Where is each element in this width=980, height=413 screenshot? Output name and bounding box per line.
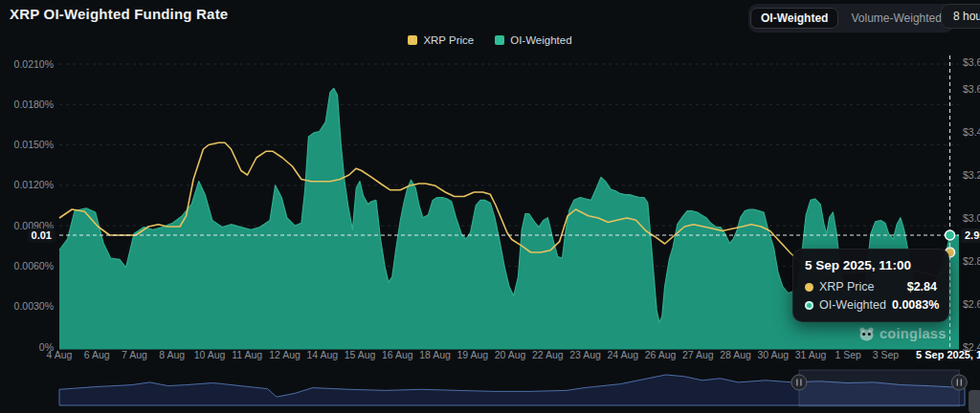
svg-text:20 Aug: 20 Aug <box>495 349 526 360</box>
svg-text:0.0030%: 0.0030% <box>14 300 54 312</box>
oi-weighted-marker <box>946 230 955 240</box>
crosshair-date-tag: 5 Sep 2025, 11:00 <box>916 349 980 360</box>
tooltip-value: $2.84 <box>907 280 937 293</box>
tooltip-timestamp: 5 Sep 2025, 11:00 <box>805 258 937 272</box>
svg-text:0.0150%: 0.0150% <box>14 139 54 150</box>
funding-rate-page: { "header": { "title": "XRP OI-Weighted … <box>0 0 980 413</box>
svg-text:4 Aug: 4 Aug <box>47 349 73 360</box>
svg-text:12 Aug: 12 Aug <box>269 349 301 360</box>
svg-text:16 Aug: 16 Aug <box>382 349 413 360</box>
svg-text:7 Aug: 7 Aug <box>122 349 147 360</box>
tooltip-row-xrp-price: XRP Price $2.84 <box>805 280 937 293</box>
svg-text:28 Aug: 28 Aug <box>720 349 751 360</box>
svg-text:3 Sep: 3 Sep <box>873 349 900 360</box>
svg-text:0.0210%: 0.0210% <box>14 58 54 70</box>
svg-text:6 Aug: 6 Aug <box>84 349 110 360</box>
svg-text:$3.6: $3.6 <box>963 83 980 95</box>
svg-text:$3.0: $3.0 <box>963 212 980 224</box>
svg-text:0.0180%: 0.0180% <box>14 98 54 110</box>
svg-text:19 Aug: 19 Aug <box>457 349 488 360</box>
svg-text:$3.6: $3.6 <box>963 56 980 68</box>
xrp-price-dot-icon <box>805 283 813 292</box>
svg-text:$3.2: $3.2 <box>963 169 980 181</box>
navigator[interactable] <box>59 370 980 413</box>
svg-text:8 Aug: 8 Aug <box>159 349 185 360</box>
svg-text:24 Aug: 24 Aug <box>607 349 638 360</box>
svg-text:$3.4: $3.4 <box>963 126 980 138</box>
svg-text:23 Aug: 23 Aug <box>569 349 601 360</box>
svg-text:31 Aug: 31 Aug <box>795 349 827 360</box>
navigator-selection[interactable] <box>799 370 959 406</box>
svg-text:18 Aug: 18 Aug <box>419 349 451 360</box>
tooltip-label: XRP Price <box>819 280 874 293</box>
tooltip-value: 0.0083% <box>892 298 939 312</box>
watermark-text: coinglass <box>880 326 947 341</box>
svg-text:$2.6: $2.6 <box>963 298 980 310</box>
svg-text:11 Aug: 11 Aug <box>232 349 262 360</box>
chart-tooltip: 5 Sep 2025, 11:00 XRP Price $2.84 OI-Wei… <box>792 249 949 322</box>
tooltip-label: OI-Weighted <box>819 298 886 312</box>
svg-text:14 Aug: 14 Aug <box>306 349 338 360</box>
svg-text:15 Aug: 15 Aug <box>345 349 376 360</box>
navigator-handle-right[interactable] <box>951 375 967 390</box>
funding-rate-chart[interactable]: 0%0.0030%0.0060%0.0090%0.0120%0.0150%0.0… <box>0 0 980 413</box>
coinglass-panda-icon <box>858 327 875 341</box>
oi-weighted-dot-icon <box>805 301 813 310</box>
svg-text:26 Aug: 26 Aug <box>645 349 677 360</box>
svg-text:0.0060%: 0.0060% <box>14 260 54 272</box>
crosshair-right-value-tag: 2.95 <box>961 228 980 243</box>
navigator-handle-left[interactable] <box>791 375 807 390</box>
svg-text:30 Aug: 30 Aug <box>757 349 789 360</box>
svg-text:$2.8: $2.8 <box>963 255 980 267</box>
crosshair-left-value-tag: 0.01 <box>28 228 56 243</box>
svg-text:1 Sep: 1 Sep <box>835 349 862 360</box>
scrollbar-thumb[interactable] <box>969 390 980 413</box>
tooltip-row-oi-weighted: OI-Weighted 0.0083% <box>805 298 937 312</box>
svg-text:0.0120%: 0.0120% <box>14 179 54 190</box>
coinglass-watermark: coinglass <box>858 326 947 341</box>
svg-text:27 Aug: 27 Aug <box>682 349 714 360</box>
svg-text:22 Aug: 22 Aug <box>532 349 564 360</box>
svg-text:10 Aug: 10 Aug <box>194 349 226 360</box>
